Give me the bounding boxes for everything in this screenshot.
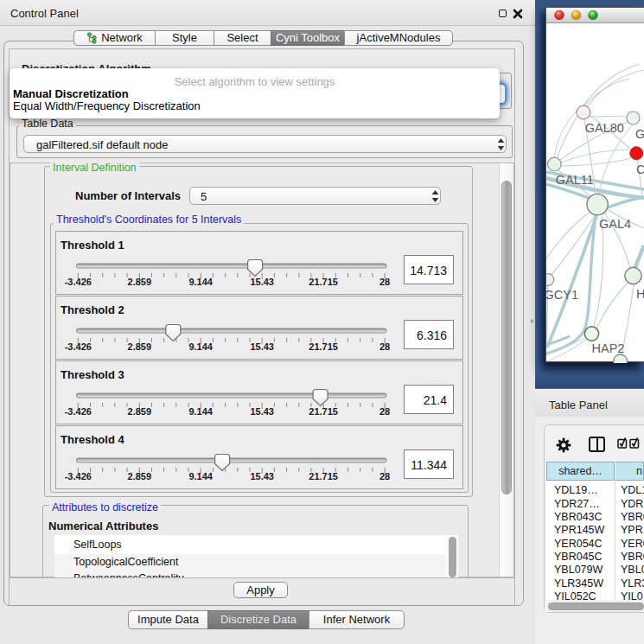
svg-text:H: H (636, 287, 644, 301)
svg-text:GAL4: GAL4 (599, 217, 631, 231)
svg-text:GAL80: GAL80 (585, 121, 624, 135)
svg-text:GA: GA (635, 127, 644, 141)
svg-text:GAL11: GAL11 (556, 173, 594, 187)
svg-text:HAP2: HAP2 (592, 341, 625, 355)
svg-text:CY: CY (636, 163, 644, 176)
svg-text:GCY1: GCY1 (546, 288, 578, 302)
